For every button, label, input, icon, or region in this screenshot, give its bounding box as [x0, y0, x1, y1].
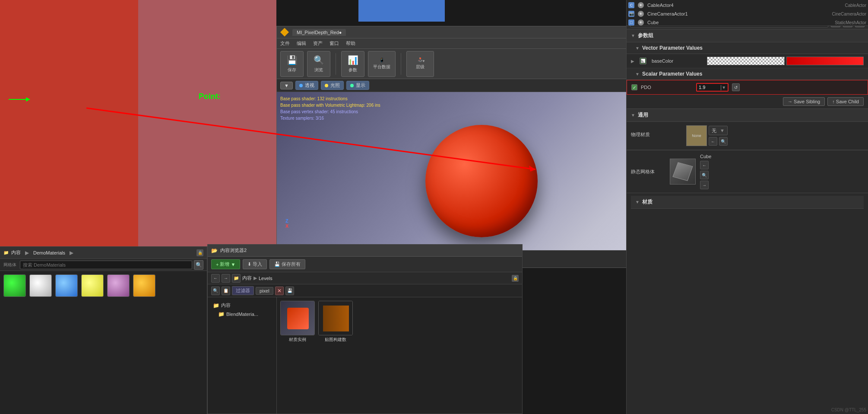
cb2-save-filter-btn[interactable]: 💾	[285, 287, 294, 295]
mesh-thumbnail	[670, 159, 696, 185]
blue-bar	[358, 0, 445, 22]
cb2-new-button[interactable]: + 新增 ▼	[211, 259, 240, 269]
base-color-expand[interactable]: ▶	[631, 59, 634, 64]
cb2-new-arrow: ▼	[231, 262, 235, 267]
cb2-filter-button[interactable]: 过滤器	[232, 286, 254, 295]
lighting-button[interactable]: 光照	[321, 81, 344, 90]
pdo-reset-button[interactable]: ↺	[732, 83, 740, 91]
cb-left-demomaterials: DemoMaterials	[33, 250, 65, 255]
pdo-value-input[interactable]	[699, 85, 720, 90]
tree-item-blendmaterial[interactable]: 📁 BlendMateria...	[211, 310, 273, 318]
asset-purple-sphere[interactable]	[107, 274, 130, 411]
debug-text-overlay: Base pass shader: 132 instructions Base …	[280, 96, 380, 121]
outliner-row-camera[interactable]: 📷 👁 CineCameraActor1 CineCameraActor	[627, 10, 868, 18]
cb2-folder-nav-icon[interactable]: 📁	[232, 274, 241, 283]
tree-item-content[interactable]: 📁 内容	[211, 301, 273, 310]
menu-bar: 文件 编辑 资产 窗口 帮助	[277, 38, 686, 49]
cb2-search-path-icon[interactable]: 🔍	[211, 287, 220, 295]
pdo-dropdown-arrow[interactable]: ▼	[722, 85, 726, 90]
outliner-row-cube[interactable]: □ 👁 Cube StaticMeshActor	[627, 18, 868, 27]
show-button[interactable]: 显示	[346, 81, 369, 90]
dropdown-icon: ▼	[284, 83, 289, 88]
asset-orange-sphere[interactable]	[133, 274, 155, 411]
blue-sphere-preview	[56, 275, 78, 297]
cb2-search-row: 🔍 📋 过滤器 pixel ✕ 💾	[208, 284, 522, 297]
save-buttons-row: → Save Sibling ↑ Save Child	[627, 95, 868, 109]
cable-actor-icon: C	[628, 2, 634, 8]
cb2-clear-filter-button[interactable]: ✕	[275, 287, 284, 295]
params-label: 参数	[348, 67, 357, 73]
outliner-row-cable[interactable]: C 👁 CableActor4 CableActor	[627, 1, 868, 10]
texture-thumb-preview	[319, 301, 353, 335]
hierarchy-toolbar-button[interactable]: 🕹️ ▼ 层级	[406, 51, 434, 77]
asset-green-sphere[interactable]	[3, 274, 26, 411]
cb-search-btn[interactable]: 🔍	[194, 260, 203, 270]
material-editor-titlebar: MI_PixelDepth_Red● ─ □ ✕	[277, 26, 686, 38]
viewport-controls-bar: ▼ 透视 光照 显示	[277, 79, 686, 92]
texture-thumb	[318, 301, 353, 335]
mesh-forward-button[interactable]: →	[700, 181, 709, 189]
browse-toolbar-button[interactable]: 🔍 浏览	[307, 51, 330, 77]
camera-visibility-icon: 👁	[638, 2, 644, 8]
save-child-label: ↑ Save Child	[832, 99, 859, 104]
menu-assets[interactable]: 资产	[313, 40, 323, 47]
physics-search-button[interactable]: 🔍	[719, 137, 728, 146]
menu-help[interactable]: 帮助	[346, 40, 355, 47]
cb2-tree-panel: 📁 内容 📁 BlendMateria...	[208, 297, 277, 414]
save-sibling-button[interactable]: → Save Sibling	[783, 97, 825, 106]
asset-yellow-sphere[interactable]	[81, 274, 104, 411]
lighting-dot	[325, 84, 328, 87]
pdo-checkbox[interactable]: ✓	[631, 84, 637, 90]
browse-label: 浏览	[314, 67, 323, 73]
left-viewport: Point:	[0, 0, 276, 246]
texture-preview-icon	[323, 306, 349, 331]
parameters-section: ▼ 参数组 ▼ Vector Parameter Values ▶ baseCo…	[627, 29, 868, 414]
cb2-path-btn[interactable]: 📋	[222, 287, 230, 295]
yellow-sphere-thumb	[81, 274, 104, 297]
svg-rect-1	[138, 0, 276, 246]
cb2-titlebar: 📂 内容浏览器2	[208, 245, 522, 257]
cb-search-label: 网格体	[3, 262, 16, 268]
cb2-save-all-button[interactable]: 💾 保存所有	[269, 259, 305, 269]
cb2-content-area: 📁 内容 📁 BlendMateria... 材质实例	[208, 297, 522, 414]
cb-left-header: 📁 内容 ▶ DemoMaterials ▶ 🔒	[0, 247, 207, 259]
cb2-breadcrumb-content: 内容	[242, 275, 252, 281]
platform-toolbar-button[interactable]: 📱 平台数据	[368, 51, 396, 77]
menu-window[interactable]: 窗口	[329, 40, 339, 47]
mesh-back-button[interactable]: ←	[700, 161, 709, 169]
content-browser2: 📂 内容浏览器2 + 新增 ▼ ⬇ 导入 💾 保存所有 ← → 📁 内容 ▶ L…	[207, 244, 523, 414]
vector-params-header: ▼ Vector Parameter Values	[627, 42, 868, 54]
cb2-back-button[interactable]: ←	[211, 274, 220, 283]
physics-select[interactable]: 无 ▼	[709, 126, 728, 135]
cb2-breadcrumb: ← → 📁 内容 ▶ Levels 🔒	[208, 272, 522, 284]
cb-search-input[interactable]	[20, 261, 192, 269]
asset-blue-sphere[interactable]	[55, 274, 78, 411]
show-label: 显示	[356, 82, 365, 89]
content-item-material[interactable]: 材质实例	[280, 301, 315, 343]
perspective-button[interactable]: 透视	[295, 81, 318, 90]
menu-file[interactable]: 文件	[280, 40, 290, 47]
save-toolbar-button[interactable]: 💾 保存	[280, 51, 304, 77]
asset-white-sphere[interactable]	[29, 274, 52, 411]
base-color-value	[707, 57, 864, 65]
perspective-dropdown[interactable]: ▼	[280, 82, 293, 89]
physics-material-right: 无 ▼ ← 🔍	[709, 126, 728, 146]
mesh-search-button[interactable]: 🔍	[700, 171, 709, 179]
material-editor-tab[interactable]: MI_PixelDepth_Red●	[292, 29, 346, 36]
cb2-import-button[interactable]: ⬇ 导入	[243, 259, 267, 269]
cb2-breadcrumb-levels: Levels	[259, 276, 272, 281]
params-toolbar-button[interactable]: 📊 参数	[341, 51, 364, 77]
menu-edit[interactable]: 编辑	[297, 40, 306, 47]
debug-line2: Base pass shader with Volumetric Lightma…	[280, 102, 380, 108]
content-item-texture[interactable]: 贴图构建数	[318, 301, 353, 343]
physics-back-button[interactable]: ←	[709, 137, 717, 146]
cb-search-row: 网格体 🔍	[0, 259, 207, 271]
content-browser-left: 📁 内容 ▶ DemoMaterials ▶ 🔒 网格体 🔍	[0, 246, 207, 414]
cb-left-arrow: ▶	[25, 250, 29, 256]
cb2-save-all-icon: 💾	[274, 261, 280, 267]
save-child-button[interactable]: ↑ Save Child	[827, 97, 864, 106]
cb2-forward-button[interactable]: →	[222, 274, 230, 283]
vector-params-label: Vector Parameter Values	[642, 45, 703, 51]
x-axis-label: X	[285, 223, 288, 229]
toolbar-separator2	[401, 53, 401, 75]
